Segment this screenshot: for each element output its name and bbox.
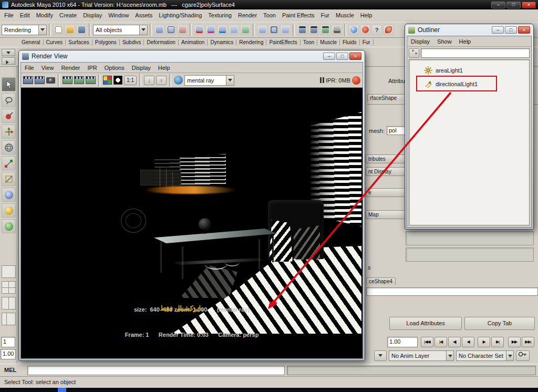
menu-item[interactable]: Help (154, 65, 174, 71)
set-key-icon[interactable] (516, 350, 530, 361)
blue-sphere-icon[interactable] (348, 25, 359, 35)
construction-history-icon[interactable] (268, 25, 279, 35)
menu-item[interactable]: Display (80, 12, 105, 18)
taskbar-item[interactable] (58, 388, 66, 392)
select-tool-icon[interactable] (2, 77, 16, 91)
shelf-tab[interactable]: Animation (179, 39, 208, 45)
character-set-combo[interactable]: No Character Set (456, 350, 514, 361)
outliner-title-bar[interactable]: Outliner – □ × (405, 24, 533, 36)
menu-item[interactable]: File (1, 12, 17, 18)
layout-four-pane-button[interactable] (2, 281, 16, 294)
menu-item[interactable]: Fur (317, 12, 333, 18)
shelf-tab[interactable]: Muscle (317, 39, 340, 45)
shelf-tab[interactable]: Curves (44, 39, 66, 45)
step-back-frame-button[interactable]: ◀| (448, 337, 461, 347)
shelf-tab[interactable]: Toon (301, 39, 318, 45)
layout-two-pane-button[interactable] (2, 297, 16, 310)
keep-image-icon[interactable]: ↓ (144, 76, 154, 85)
load-attributes-button[interactable]: Load Attributes (389, 317, 462, 330)
step-forward-key-button[interactable]: ▶▶ (508, 337, 521, 347)
shape-tab-fragment[interactable]: rfaceShape (367, 94, 408, 101)
render-current-frame-icon[interactable] (308, 25, 319, 35)
render-view-title-bar[interactable]: Render View – □ × (19, 50, 365, 62)
close-button[interactable]: × (522, 2, 536, 8)
render-view-canvas[interactable]: دايركشنال فقط size: 640 480 zoom: 1.000 … (21, 88, 363, 358)
render-region-icon[interactable] (35, 76, 45, 84)
menu-item[interactable]: Show (433, 38, 456, 45)
last-tool-icon[interactable] (2, 219, 16, 233)
shelf-tab[interactable]: Fur (360, 39, 374, 45)
menu-item[interactable]: Render (235, 12, 260, 18)
menu-item[interactable]: Assets (132, 12, 156, 18)
shelf-tab[interactable]: Polygons (92, 39, 120, 45)
minimize-button[interactable]: – (491, 2, 505, 8)
shelf-tab[interactable]: PaintEffects (266, 39, 300, 45)
menu-item[interactable]: Help (456, 38, 475, 45)
pause-icon[interactable] (320, 77, 324, 83)
go-to-start-button[interactable]: |◀◀ (421, 337, 433, 347)
outliner-item-arealight[interactable]: areaLight1 (409, 64, 529, 77)
ipr-refresh-icon[interactable] (74, 76, 84, 84)
snap-to-grid-icon[interactable] (194, 25, 204, 35)
minimize-button[interactable]: – (323, 53, 335, 60)
copy-tab-button[interactable]: Copy Tab (464, 317, 535, 330)
menu-item[interactable]: Toon (260, 12, 279, 18)
menu-item[interactable]: Display (128, 65, 154, 71)
menu-item[interactable]: IPR (84, 65, 100, 71)
chevron-down-icon[interactable] (226, 76, 234, 85)
shape4-tab-fragment[interactable]: ceShape4 (366, 277, 396, 285)
minimize-button[interactable]: – (492, 26, 504, 34)
chevron-down-icon[interactable] (38, 25, 46, 35)
ipr-render-icon[interactable] (63, 76, 73, 84)
playback-speed-field[interactable]: 1.00 (387, 337, 418, 347)
menu-item[interactable]: Create (56, 12, 80, 18)
universal-manipulator-icon[interactable] (2, 172, 16, 186)
snapshot-icon[interactable] (46, 77, 55, 84)
render-current-frame-icon[interactable] (23, 76, 33, 84)
menu-item[interactable]: Texturing (205, 12, 235, 18)
playback-start-field[interactable]: 1 (1, 337, 15, 347)
menu-item[interactable]: Modify (33, 12, 56, 18)
menu-item[interactable]: Lighting/Shading (156, 12, 205, 18)
menu-set-combo[interactable]: Rendering (2, 25, 47, 35)
soft-mod-tool-icon[interactable] (2, 188, 16, 202)
menu-item[interactable]: File (21, 65, 38, 71)
scale-tool-icon[interactable] (2, 156, 16, 170)
save-scene-icon[interactable] (76, 25, 87, 35)
outliner-filter-input[interactable] (421, 48, 530, 58)
renderer-combo[interactable]: mental ray (184, 75, 234, 86)
new-scene-icon[interactable] (53, 25, 64, 35)
layout-outliner-pane-button[interactable] (2, 313, 16, 325)
lasso-tool-icon[interactable] (2, 93, 16, 107)
shelf-tab[interactable]: Surfaces (66, 39, 92, 45)
move-tool-icon[interactable] (2, 125, 16, 139)
close-button[interactable]: × (349, 53, 361, 60)
menu-item[interactable]: Edit (17, 12, 33, 18)
snap-to-plane-icon[interactable] (229, 25, 239, 35)
playback-range-field[interactable]: 1.00 (1, 349, 16, 359)
red-swirl-icon[interactable] (360, 25, 370, 35)
output-connections-icon[interactable] (280, 25, 291, 35)
shelf-tab[interactable]: Subdivs (120, 39, 144, 45)
ipr-region-icon[interactable] (86, 76, 96, 84)
input-connections-icon[interactable] (257, 25, 267, 35)
paint-select-tool-icon[interactable] (2, 109, 16, 123)
attribute-editor-tab-fragment[interactable]: Attribut (388, 78, 407, 84)
one-to-one-button[interactable]: 1:1 (124, 76, 137, 85)
alpha-channel-icon[interactable] (113, 76, 122, 85)
shelf-tab[interactable]: Fluids (340, 39, 360, 45)
remove-image-icon[interactable]: ↑ (156, 76, 167, 85)
outliner-sort-icon[interactable] (409, 48, 419, 58)
step-forward-frame-button[interactable]: ▶| (491, 337, 504, 347)
close-button[interactable]: × (518, 26, 530, 34)
menu-item[interactable]: Help (357, 12, 376, 18)
selection-mask-combo[interactable]: All objects (93, 25, 148, 35)
mel-label[interactable]: MEL (4, 367, 16, 373)
menu-item[interactable]: Render (57, 65, 84, 71)
play-forwards-button[interactable]: ▶ (478, 337, 490, 347)
render-settings-icon[interactable] (332, 25, 342, 35)
maximize-button[interactable]: □ (505, 26, 517, 34)
shelf-tab[interactable]: Rendering (236, 39, 266, 45)
maximize-button[interactable]: □ (506, 2, 521, 8)
snap-to-point-icon[interactable] (217, 25, 227, 35)
